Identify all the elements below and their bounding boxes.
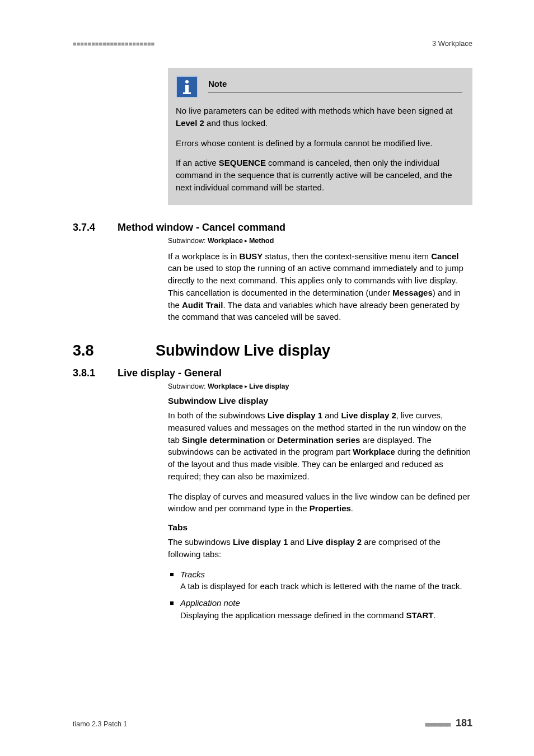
s381-p1h: Determination series — [277, 435, 360, 445]
s381-ti-b: Live display 1 — [233, 537, 288, 547]
note-body: No live parameters can be edited with me… — [176, 105, 462, 194]
li2-body-b: START — [406, 610, 434, 620]
page-header: ■■■■■■■■■■■■■■■■■■■■■■ 3 Workplace — [73, 39, 472, 48]
note-title: Note — [208, 76, 462, 92]
heading-38-title: Subwindow Live display — [156, 342, 330, 360]
breadcrumb-separator-icon — [243, 237, 249, 245]
s381-p1j: Workplace — [353, 447, 395, 456]
s381-p1: In both of the subwindows Live display 1… — [168, 409, 472, 483]
s381-p2b: Properties — [310, 503, 351, 513]
breadcrumb-separator-icon — [243, 382, 249, 390]
note-p3b: SEQUENCE — [219, 158, 266, 167]
heading-38-num: 3.8 — [73, 342, 140, 360]
s374-p1b: BUSY — [240, 251, 263, 261]
footer-rule: ■■■■■■■■ — [425, 721, 450, 728]
s381-p2c: . — [351, 503, 353, 513]
s381-sub-heading: Subwindow Live display — [168, 396, 472, 406]
s374-p1c: status, then the context-sensitive menu … — [263, 251, 431, 261]
s374-p1h: Audit Trail — [182, 300, 223, 310]
li2-body-a: Displaying the application message defin… — [180, 610, 406, 620]
tabs-list: Tracks A tab is displayed for each track… — [168, 568, 472, 622]
s381-p1d: Live display 2 — [341, 410, 396, 420]
note-callout: Note No live parameters can be edited wi… — [168, 68, 472, 205]
note-p1c: and thus locked. — [204, 118, 268, 128]
list-item: Tracks A tab is displayed for each track… — [168, 568, 472, 593]
s374-sub-b: Method — [249, 237, 274, 245]
header-chapter: 3 Workplace — [432, 39, 472, 48]
heading-374: 3.7.4 Method window - Cancel command — [73, 222, 472, 234]
heading-38: 3.8 Subwindow Live display — [73, 342, 472, 360]
heading-374-num: 3.7.4 — [73, 222, 102, 234]
heading-381-num: 3.8.1 — [73, 367, 102, 379]
s374-sub-prefix: Subwindow: — [168, 237, 208, 245]
header-rule: ■■■■■■■■■■■■■■■■■■■■■■ — [73, 40, 154, 47]
li1-title: Tracks — [180, 570, 205, 579]
s381-p1f: Single determination — [182, 435, 265, 445]
list-item: Application note Displaying the applicat… — [168, 597, 472, 622]
s374-p1d: Cancel — [431, 251, 458, 261]
note-p1a: No live parameters can be edited with me… — [176, 106, 452, 115]
s381-ti-c: and — [288, 537, 306, 547]
s374-sub-a: Workplace — [208, 237, 243, 245]
s374-body: If a workplace is in BUSY status, then t… — [168, 250, 472, 324]
s381-p1b: Live display 1 — [268, 410, 322, 420]
s381-sub-prefix: Subwindow: — [168, 382, 208, 390]
s374-subwindow: Subwindow: WorkplaceMethod — [168, 237, 472, 245]
s381-p2: The display of curves and measured value… — [168, 491, 472, 515]
s374-p1a: If a workplace is in — [168, 251, 240, 261]
s381-tabs-heading: Tabs — [168, 522, 472, 533]
heading-374-title: Method window - Cancel command — [118, 222, 285, 234]
s381-ti-a: The subwindows — [168, 537, 233, 547]
note-p2: Errors whose content is defined by a for… — [176, 137, 462, 150]
s381-p1g: or — [265, 435, 277, 445]
s381-p1c: and — [322, 410, 341, 420]
page-footer: tiamo 2.3 Patch 1 ■■■■■■■■ 181 — [73, 717, 472, 729]
s381-sub-b: Live display — [249, 382, 289, 390]
li1-body: A tab is displayed for each track which … — [180, 581, 462, 591]
s381-sub-a: Workplace — [208, 382, 243, 390]
note-p3a: If an active — [176, 158, 219, 167]
note-p1b: Level 2 — [176, 118, 204, 128]
li2-title: Application note — [180, 598, 240, 608]
footer-product: tiamo 2.3 Patch 1 — [73, 720, 127, 728]
s381-p1a: In both of the subwindows — [168, 410, 268, 420]
s381-tabs-intro: The subwindows Live display 1 and Live d… — [168, 536, 472, 561]
li2-body-c: . — [433, 610, 435, 620]
heading-381-title: Live display - General — [118, 367, 222, 379]
heading-381: 3.8.1 Live display - General — [73, 367, 472, 379]
s374-p1f: Messages — [392, 288, 433, 297]
s381-subwindow: Subwindow: WorkplaceLive display — [168, 382, 472, 390]
s381-ti-d: Live display 2 — [307, 537, 362, 547]
footer-page-number: 181 — [456, 717, 472, 729]
info-icon — [176, 76, 198, 98]
